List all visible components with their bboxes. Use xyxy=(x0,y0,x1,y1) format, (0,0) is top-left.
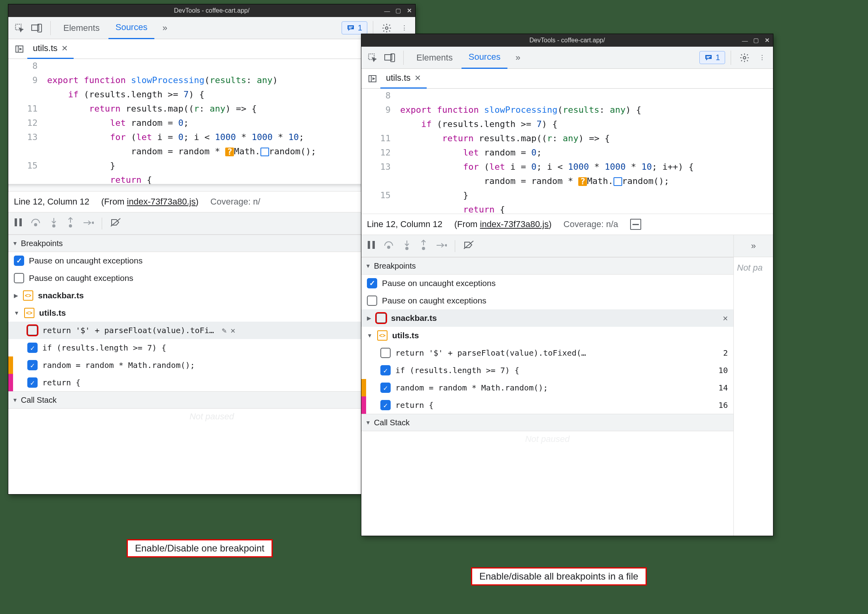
main-toolbar: Elements Sources » 1 ⋮ xyxy=(361,47,773,69)
step-icon[interactable] xyxy=(83,218,94,229)
code-editor[interactable]: 8910111213?141516 export function slowPr… xyxy=(361,89,773,214)
section-breakpoints[interactable]: ▼ Breakpoints xyxy=(8,235,415,252)
tab-sources[interactable]: Sources xyxy=(462,47,508,69)
svg-rect-22 xyxy=(707,57,709,58)
inspect-icon[interactable] xyxy=(365,50,380,66)
tabs-more-icon[interactable]: » xyxy=(156,23,173,33)
checkbox-checked[interactable] xyxy=(14,256,24,266)
deactivate-breakpoints-icon[interactable] xyxy=(110,218,122,229)
step-out-icon[interactable] xyxy=(419,240,428,252)
window-close-icon[interactable]: ✕ xyxy=(764,37,771,44)
section-breakpoints[interactable]: ▼ Breakpoints xyxy=(361,257,733,275)
checkbox-unchecked[interactable] xyxy=(14,273,24,283)
sourcemap-link[interactable]: index-73f73a80.js xyxy=(127,197,196,207)
pause-uncaught-exceptions[interactable]: Pause on uncaught exceptions xyxy=(8,252,415,269)
section-callstack[interactable]: ▼ Call Stack xyxy=(361,414,733,431)
checkbox-unchecked[interactable] xyxy=(367,296,377,306)
deactivate-breakpoints-icon[interactable] xyxy=(463,240,475,252)
checkbox-checked[interactable] xyxy=(27,377,38,388)
issues-pill[interactable]: 1 xyxy=(699,51,725,64)
tab-elements[interactable]: Elements xyxy=(409,47,460,69)
edit-icon[interactable]: ✎ xyxy=(222,326,226,335)
issues-count: 1 xyxy=(358,23,362,32)
inspect-icon[interactable] xyxy=(11,20,27,36)
window-titlebar: DevTools - coffee-cart.app/ — ▢ ✕ xyxy=(8,4,415,17)
checkbox-checked[interactable] xyxy=(27,360,38,370)
step-icon[interactable] xyxy=(436,241,447,252)
bp-item-4[interactable]: return { 16 xyxy=(361,396,733,414)
device-toggle-icon[interactable] xyxy=(382,50,398,66)
step-over-icon[interactable] xyxy=(30,218,42,229)
checkbox-checked[interactable] xyxy=(367,278,377,288)
window-maximize-icon[interactable]: ▢ xyxy=(752,37,760,44)
bp-file-utils[interactable]: ▼ <> utils.ts xyxy=(8,304,415,322)
gear-icon[interactable] xyxy=(737,50,752,66)
cursor-position: Line 12, Column 12 xyxy=(367,219,443,229)
tabs-more-icon[interactable]: » xyxy=(509,53,526,63)
navigator-toggle-icon[interactable] xyxy=(365,71,380,87)
remove-icon[interactable]: ✕ xyxy=(723,313,728,323)
svg-rect-21 xyxy=(707,56,710,57)
bp-item-1[interactable]: return '$' + parseFloat(value).toFi… ✎ ✕… xyxy=(8,322,415,339)
close-icon[interactable]: ✕ xyxy=(61,44,68,53)
issues-pill[interactable]: 1 xyxy=(342,21,367,34)
svg-point-10 xyxy=(34,224,37,226)
checkbox-unchecked[interactable] xyxy=(380,348,391,358)
svg-point-30 xyxy=(406,247,408,250)
pause-icon[interactable] xyxy=(367,240,376,252)
step-into-icon[interactable] xyxy=(403,240,411,252)
checkbox-checked[interactable] xyxy=(380,383,391,393)
navigator-toggle-icon[interactable] xyxy=(11,41,27,57)
pause-caught-exceptions[interactable]: Pause on caught exceptions xyxy=(8,269,415,287)
section-callstack[interactable]: ▼ Call Stack xyxy=(8,391,415,409)
device-toggle-icon[interactable] xyxy=(29,20,45,36)
chevron-down-icon: ▼ xyxy=(14,310,19,316)
pause-caught-exceptions[interactable]: Pause on caught exceptions xyxy=(361,292,733,309)
pretty-print-icon[interactable] xyxy=(630,219,641,230)
svg-rect-4 xyxy=(349,28,351,28)
file-tab-utils[interactable]: utils.ts ✕ xyxy=(380,69,427,89)
tabs-more-icon[interactable]: » xyxy=(734,235,773,257)
window-titlebar: DevTools - coffee-cart.app/ — ▢ ✕ xyxy=(361,34,773,47)
message-icon xyxy=(705,54,712,62)
remove-icon[interactable]: ✕ xyxy=(231,326,236,335)
chevron-right-icon: ▶ xyxy=(367,315,371,321)
pause-icon[interactable] xyxy=(14,218,23,229)
conditional-marker xyxy=(361,379,366,396)
file-icon: <> xyxy=(24,308,34,318)
checkbox-checked[interactable] xyxy=(27,343,38,353)
window-minimize-icon[interactable]: — xyxy=(384,8,391,14)
bp-file-snackbar[interactable]: ▶ snackbar.ts ✕ xyxy=(361,309,733,327)
bp-item-4[interactable]: return { 16 xyxy=(8,374,415,391)
checkbox-checked[interactable] xyxy=(380,400,391,410)
chevron-right-icon: ▶ xyxy=(14,292,18,299)
bp-item-3[interactable]: random = random * Math.random(); 14 xyxy=(361,379,733,396)
bp-item-2[interactable]: if (results.length >= 7) { 10 xyxy=(8,339,415,356)
pause-uncaught-exceptions[interactable]: Pause on uncaught exceptions xyxy=(361,275,733,292)
tab-sources[interactable]: Sources xyxy=(108,17,155,39)
bp-item-1[interactable]: return '$' + parseFloat(value).toFixed(…… xyxy=(361,344,733,362)
close-icon[interactable]: ✕ xyxy=(414,73,421,83)
file-tab-utils[interactable]: utils.ts ✕ xyxy=(27,39,74,59)
checkbox-unchecked[interactable] xyxy=(27,325,38,335)
tab-elements[interactable]: Elements xyxy=(56,17,107,39)
bp-file-utils[interactable]: ▼ <> utils.ts xyxy=(361,327,733,344)
step-over-icon[interactable] xyxy=(384,240,395,252)
svg-rect-27 xyxy=(372,241,375,249)
bp-file-snackbar[interactable]: ▶ <> snackbar.ts xyxy=(8,287,415,304)
checkbox-checked[interactable] xyxy=(380,365,391,375)
checkbox-unchecked[interactable] xyxy=(376,313,386,323)
window-close-icon[interactable]: ✕ xyxy=(406,7,413,14)
bp-item-3[interactable]: random = random * Math.random(); 14 xyxy=(8,356,415,374)
window-minimize-icon[interactable]: — xyxy=(741,37,748,44)
devtools-window-left: DevTools - coffee-cart.app/ — ▢ ✕ Elemen… xyxy=(8,4,416,495)
sourcemap-link[interactable]: index-73f73a80.js xyxy=(480,219,549,229)
step-into-icon[interactable] xyxy=(49,217,58,230)
window-maximize-icon[interactable]: ▢ xyxy=(395,7,402,14)
main-toolbar: Elements Sources » 1 ⋮ xyxy=(8,17,415,39)
step-out-icon[interactable] xyxy=(66,217,75,230)
caption-right: Enable/disable all breakpoints in a file xyxy=(471,567,647,586)
kebab-icon[interactable]: ⋮ xyxy=(754,50,770,66)
code-editor[interactable]: 8910111213?141516 export function slowPr… xyxy=(8,59,415,184)
bp-item-2[interactable]: if (results.length >= 7) { 10 xyxy=(361,362,733,379)
